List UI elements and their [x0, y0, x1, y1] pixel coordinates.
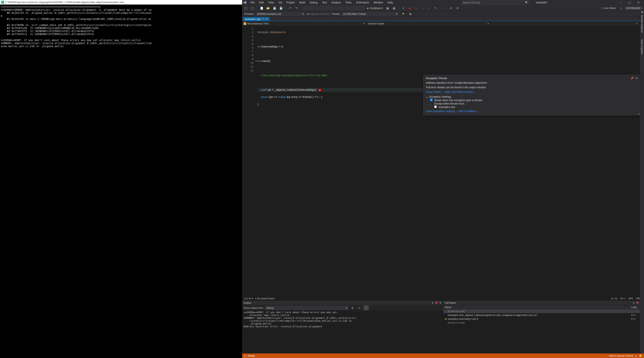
break-when-thrown-checkbox[interactable]: [430, 99, 432, 101]
apply-changes-button[interactable]: ↺: [448, 6, 454, 11]
collapse-icon[interactable]: ▲: [426, 96, 428, 98]
continue-button[interactable]: ▶ Continue ▾: [366, 7, 384, 10]
menu-analyze[interactable]: Analyze: [330, 1, 343, 4]
close-icon[interactable]: ✕: [636, 77, 638, 80]
console-title-path: C:\MSDN\cpp-docs-pr\docs\c-language\ASAN…: [5, 1, 124, 4]
debug-location-toolbar: Process: [50984] example1.exe▾ ▣ Lifecyc…: [242, 11, 644, 17]
issues-status[interactable]: No issues found: [257, 297, 274, 300]
except-example1-checkbox[interactable]: [434, 105, 437, 108]
flag-icon[interactable]: ⚑: [400, 11, 406, 17]
edit-conditions-link[interactable]: Edit Conditions: [459, 110, 476, 113]
step-out-button[interactable]: ↑: [439, 6, 444, 11]
debug-target-icon[interactable]: ▦: [385, 6, 390, 11]
solution-platform-dropdown[interactable]: [334, 6, 365, 10]
menu-help[interactable]: Help: [386, 1, 395, 4]
output-source-dropdown[interactable]: Debug▾: [265, 306, 348, 310]
zoom-level[interactable]: 111 %: [244, 297, 250, 300]
notifications-icon[interactable]: 🔔: [639, 354, 642, 357]
restart-button[interactable]: ⟳: [414, 6, 419, 11]
clear-output-icon[interactable]: ≣: [350, 305, 355, 310]
scope-project-dropdown[interactable]: Miscellaneous Files ▾: [242, 22, 366, 25]
toggle-wrap-icon[interactable]: ≡: [357, 305, 362, 310]
debug-target2-icon[interactable]: ▦: [391, 6, 396, 11]
publish-icon[interactable]: ↑: [606, 354, 607, 357]
process-dropdown[interactable]: [50984] example1.exe▾: [256, 12, 305, 16]
window-position-icon[interactable]: ▾: [432, 301, 433, 304]
output-body[interactable]: ==50984==HINT: if you don't care about t…: [242, 310, 443, 353]
menu-window[interactable]: Window: [372, 1, 385, 4]
close-icon[interactable]: ✕: [266, 18, 268, 21]
cursor-char[interactable]: Ch: 1: [620, 297, 626, 300]
save-button[interactable]: 💾: [272, 6, 277, 11]
indent-mode[interactable]: SPC: [628, 297, 634, 300]
open-exception-settings-link[interactable]: Open Exception Settings: [426, 110, 455, 113]
console-titlebar[interactable]: C:\MSDN\cpp-docs-pr\docs\c-language\ASAN…: [0, 0, 242, 5]
redo-button[interactable]: ↷: [294, 6, 299, 11]
save-all-button[interactable]: 💾: [278, 6, 284, 11]
solution-config-dropdown[interactable]: [303, 6, 334, 10]
window-position-icon[interactable]: ▾: [633, 301, 634, 304]
nav-back-button[interactable]: ◯: [243, 6, 248, 11]
menu-debug[interactable]: Debug: [308, 1, 319, 4]
callstack-body[interactable]: [External Code] example1.exe!_aligned_ma…: [443, 309, 644, 353]
scope-member-dropdown[interactable]: (Global Scope) ▾: [366, 22, 490, 25]
console-window: C:\MSDN\cpp-docs-pr\docs\c-language\ASAN…: [0, 0, 242, 358]
menu-project[interactable]: Project: [285, 1, 297, 4]
thread-dropdown[interactable]: [11204] Main Thread▾: [342, 12, 399, 16]
nav-fwd-button[interactable]: ◯: [250, 6, 255, 11]
close-button[interactable]: ✕: [634, 0, 643, 5]
callstack-row[interactable]: ➡ example1.exe!main() Line 9 C++: [443, 317, 644, 321]
menu-build[interactable]: Build: [297, 1, 307, 4]
close-icon[interactable]: ✕: [439, 301, 442, 304]
callstack-row[interactable]: [External Code]: [443, 321, 644, 324]
pin-icon[interactable]: 📌: [262, 18, 264, 20]
rail-team-explorer[interactable]: Team Explorer: [640, 34, 644, 56]
step-over-button[interactable]: ↷: [433, 6, 438, 11]
open-button[interactable]: 📂: [265, 6, 271, 11]
minimize-button[interactable]: ─: [616, 0, 625, 5]
menu-tools[interactable]: Tools: [344, 1, 354, 4]
menu-test[interactable]: Test: [320, 1, 329, 4]
resize-grip-icon[interactable]: ◢: [638, 112, 640, 115]
menu-extensions[interactable]: Extensions: [354, 1, 371, 4]
menu-file[interactable]: File: [248, 1, 257, 4]
check-icon: ●: [255, 297, 256, 300]
copy-details-link[interactable]: Copy Details: [426, 90, 441, 93]
console-output[interactable]: ========================================…: [0, 5, 242, 358]
undo-button[interactable]: ↶: [288, 6, 293, 11]
main-toolbar: ◯ ◯ 📄 📂 💾 💾 ↶ ↷ ▶ Continue ▾ ▦ ▦ ⏸ ◼ ⟳: [242, 5, 644, 11]
callstack-row[interactable]: [External Code]: [443, 309, 644, 313]
col-name[interactable]: Name: [445, 306, 631, 309]
menu-view[interactable]: View: [266, 1, 276, 4]
new-item-button[interactable]: 📄: [259, 6, 264, 11]
code-area[interactable]: #include #include <Windows.h><Windows.h>…: [256, 26, 644, 296]
step-into-button[interactable]: ↓: [426, 6, 432, 11]
maximize-button[interactable]: ▢: [625, 0, 634, 5]
search-box[interactable]: Search (Ctrl+Q) 🔍: [461, 1, 530, 5]
stack-frame-icon[interactable]: ▤: [408, 11, 413, 17]
add-source-control[interactable]: Add to Source Control: [609, 354, 633, 357]
cursor-line[interactable]: Ln: 12: [611, 297, 618, 300]
error-glyph-icon[interactable]: ✕: [318, 89, 321, 91]
scope-function-dropdown[interactable]: ▾: [490, 22, 639, 25]
hot-reload-button[interactable]: ⟲: [455, 6, 460, 11]
pin-icon[interactable]: 📌: [630, 77, 634, 80]
gear-icon[interactable]: ⚙: [640, 11, 644, 14]
menu-git[interactable]: Git: [277, 1, 284, 4]
tab-example1-cpp[interactable]: example1.cpp 📌 ✕: [243, 17, 270, 21]
feedback-icon[interactable]: ☺: [618, 6, 624, 11]
callstack-row[interactable]: example1.exe!_aligned_malloc(unsigned in…: [443, 313, 644, 317]
autoscroll-icon[interactable]: ⤓: [364, 305, 369, 310]
pin-icon[interactable]: 📌: [435, 301, 438, 304]
start-liveshare-link[interactable]: Start Live Share session...: [445, 90, 476, 93]
fold-icon[interactable]: ⊟: [255, 59, 257, 63]
show-next-statement-button[interactable]: →: [420, 6, 425, 11]
code-editor[interactable]: 1234 5678 9➤ 101112 #include #include <W…: [242, 26, 644, 296]
lifecycle-events[interactable]: ▣ Lifecycle Events ▾: [307, 13, 330, 15]
pause-button[interactable]: ⏸: [400, 6, 406, 11]
chevron-up-icon[interactable]: ▴: [635, 354, 636, 357]
live-share-button[interactable]: ⇪ Live Share: [599, 7, 617, 10]
stop-button[interactable]: ◼: [407, 6, 412, 11]
menu-edit[interactable]: Edit: [258, 1, 266, 4]
pin-icon[interactable]: 📌: [636, 301, 639, 304]
